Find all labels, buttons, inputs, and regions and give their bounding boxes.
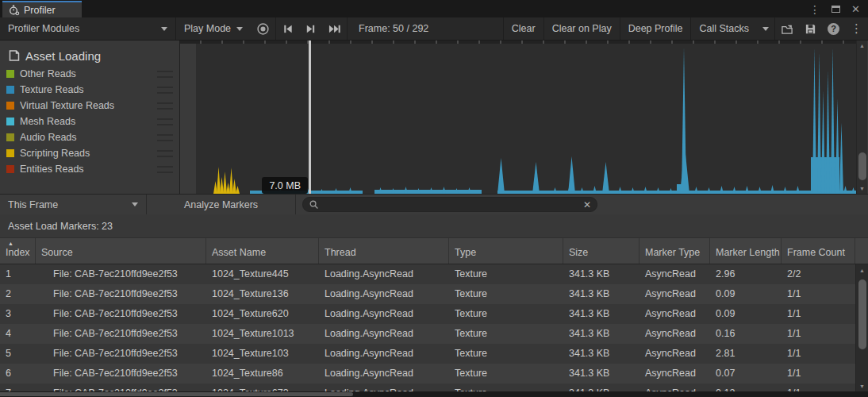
legend-item[interactable]: Virtual Texture Reads (6, 98, 179, 114)
table-row[interactable]: 1File: CAB-7ec210ffd9ee2f531024_Texture4… (0, 264, 855, 284)
chart-spike (602, 162, 609, 194)
close-icon[interactable]: ✕ (851, 4, 860, 14)
column-header[interactable]: Marker Length (710, 238, 782, 264)
column-header[interactable]: Size (563, 238, 639, 264)
legend-color-swatch (6, 70, 14, 78)
table-cell: AsyncRead (639, 384, 710, 391)
analyze-markers-button[interactable]: Analyze Markers (147, 195, 296, 214)
drag-handle-icon[interactable] (157, 150, 173, 157)
chart-spike (796, 186, 800, 194)
chart-scroll-thumb[interactable] (858, 152, 866, 180)
legend-item[interactable]: Scripting Reads (6, 145, 179, 161)
scroll-down-icon[interactable]: ▼ (857, 186, 867, 191)
maximize-icon[interactable] (832, 6, 840, 13)
save-profile-button[interactable] (799, 17, 822, 40)
profiler-modules-dropdown[interactable]: Profiler Modules (0, 17, 176, 40)
horizontal-scrollbar[interactable] (0, 391, 868, 397)
next-frame-button[interactable] (299, 17, 322, 40)
legend-item[interactable]: Mesh Reads (6, 114, 179, 129)
call-stacks-button[interactable]: Call Stacks (690, 17, 757, 40)
table-row[interactable]: 5File: CAB-7ec210ffd9ee2f531024_Texture1… (0, 344, 855, 364)
loading-chart[interactable]: 7.0 MB (180, 40, 856, 194)
column-header[interactable]: Thread (319, 238, 449, 264)
table-cell: Loading.AsyncRead (319, 304, 449, 324)
legend-item-label: Entities Reads (20, 164, 152, 175)
table-header: Index▲SourceAsset NameThreadTypeSizeMark… (0, 238, 868, 264)
table-cell: Loading.AsyncRead (319, 364, 449, 384)
current-frame-line[interactable] (309, 40, 311, 194)
scroll-up-icon[interactable]: ▲ (857, 43, 867, 48)
column-header[interactable]: Index▲ (0, 238, 36, 264)
scroll-up-icon[interactable]: ▲ (856, 268, 868, 273)
column-header[interactable]: Marker Type (639, 238, 710, 264)
last-frame-button[interactable] (322, 17, 347, 40)
help-button[interactable]: ? (822, 17, 845, 40)
legend-item-label: Other Reads (20, 68, 152, 79)
titlebar: Profiler ⋮ ✕ (0, 0, 868, 17)
table-cell: File: CAB-7ec210ffd9ee2f53 (36, 304, 206, 324)
frame-scope-dropdown[interactable]: This Frame (0, 195, 147, 214)
table-row[interactable]: 7File: CAB-7ec210ffd9ee2f531024_Texture6… (0, 384, 855, 391)
drag-handle-icon[interactable] (157, 102, 173, 110)
drag-handle-icon[interactable] (157, 166, 173, 173)
deep-profile-button[interactable]: Deep Profile (620, 17, 691, 40)
module-header[interactable]: Asset Loading (6, 45, 179, 66)
table-cell: Texture (449, 384, 563, 391)
load-profile-button[interactable] (774, 17, 799, 40)
table-cell: 1/1 (782, 304, 855, 324)
scroll-down-icon[interactable]: ▼ (856, 384, 868, 389)
call-stacks-dropdown[interactable] (757, 17, 774, 40)
table-row[interactable]: 2File: CAB-7ec210ffd9ee2f531024_Texture1… (0, 284, 855, 304)
legend-item[interactable]: Entities Reads (6, 161, 179, 177)
table-cell: Loading.AsyncRead (319, 284, 449, 304)
folder-open-icon (781, 23, 793, 35)
toolbar-menu-button[interactable]: ⋮ (845, 17, 868, 40)
column-header-label: Thread (325, 247, 356, 258)
drag-handle-icon[interactable] (157, 134, 173, 141)
table-cell: AsyncRead (639, 364, 710, 384)
table-cell: 1024_Texture673 (206, 384, 319, 391)
clear-on-play-button[interactable]: Clear on Play (543, 17, 620, 40)
table-cell: Texture (449, 344, 563, 364)
play-mode-label: Play Mode (184, 23, 231, 34)
search-input[interactable] (323, 198, 579, 211)
column-header[interactable]: Asset Name (206, 238, 319, 264)
table-cell: 0.16 (710, 324, 782, 344)
horizontal-scroll-thumb[interactable] (0, 392, 353, 396)
table-cell: 0.07 (710, 364, 782, 384)
column-header[interactable]: Source (36, 238, 206, 264)
table-row[interactable]: 3File: CAB-7ec210ffd9ee2f531024_Texture6… (0, 304, 855, 324)
table-cell: 7 (0, 384, 36, 391)
table-scroll-thumb[interactable] (858, 279, 866, 349)
legend-item[interactable]: Audio Reads (6, 129, 179, 145)
legend-item[interactable]: Other Reads (6, 66, 179, 82)
column-header[interactable]: Type (449, 238, 563, 264)
clear-search-icon[interactable]: ✕ (583, 199, 591, 210)
table-cell: 341.3 KB (563, 264, 639, 284)
window-menu-icon[interactable]: ⋮ (809, 5, 820, 14)
frame-counter: Frame: 50 / 292 (347, 17, 440, 40)
table-cell: File: CAB-7ec210ffd9ee2f53 (36, 384, 206, 391)
search-field[interactable]: ✕ (302, 197, 597, 212)
drag-handle-icon[interactable] (157, 118, 173, 125)
legend-item-label: Texture Reads (20, 84, 152, 95)
column-header-label: Asset Name (212, 247, 266, 258)
drag-handle-icon[interactable] (157, 71, 173, 78)
table-row[interactable]: 6File: CAB-7ec210ffd9ee2f531024_Texture8… (0, 364, 855, 384)
first-frame-button[interactable] (275, 17, 299, 40)
column-header-label: Type (455, 247, 476, 258)
tab-profiler[interactable]: Profiler (2, 1, 82, 17)
table-row[interactable]: 4File: CAB-7ec210ffd9ee2f531024_Texture1… (0, 324, 855, 344)
legend-item[interactable]: Texture Reads (6, 82, 179, 98)
table-cell: 2.81 (710, 344, 782, 364)
drag-handle-icon[interactable] (157, 87, 173, 94)
table-cell: File: CAB-7ec210ffd9ee2f53 (36, 364, 206, 384)
table-cell: 3 (0, 304, 36, 324)
clear-button[interactable]: Clear (503, 17, 543, 40)
module-sidebar: Asset Loading Other ReadsTexture ReadsVi… (0, 40, 180, 194)
chart-scrollbar[interactable]: ▲ ▼ (856, 40, 867, 194)
column-header[interactable]: Frame Count (782, 238, 855, 264)
record-button[interactable] (251, 17, 275, 40)
play-mode-dropdown[interactable]: Play Mode (176, 17, 251, 40)
table-scrollbar[interactable]: ▲ ▼ (855, 264, 868, 391)
